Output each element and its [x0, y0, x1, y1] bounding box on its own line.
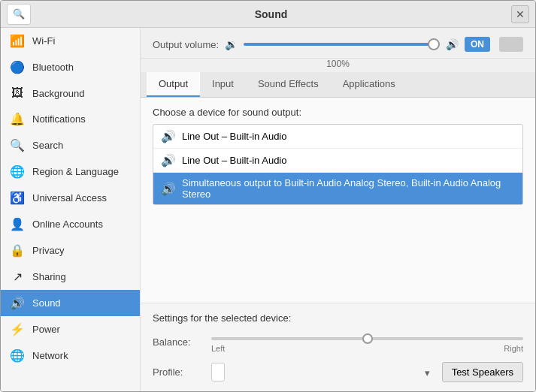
close-button[interactable]: ✕ — [511, 5, 529, 23]
volume-toggle-track — [499, 37, 523, 52]
sidebar-label-background: Background — [32, 88, 84, 99]
volume-slider-container — [244, 37, 440, 52]
universal-access-icon: ♿ — [10, 191, 25, 205]
network-icon: 🌐 — [10, 348, 25, 363]
window-title: Sound — [31, 8, 511, 20]
audio-device-icon: 🔊 — [161, 182, 176, 196]
volume-high-icon: 🔊 — [446, 38, 459, 50]
settings-label: Settings for the selected device: — [153, 312, 523, 324]
sidebar-label-network: Network — [32, 350, 68, 361]
sidebar-item-sharing[interactable]: ↗ Sharing — [1, 264, 140, 290]
device-label: Simultaneous output to Built-in Audio An… — [182, 177, 515, 200]
profile-label: Profile: — [153, 366, 205, 378]
profile-row: Profile: Test Speakers — [153, 362, 523, 382]
privacy-icon: 🔒 — [10, 243, 25, 258]
test-speakers-button[interactable]: Test Speakers — [442, 362, 523, 382]
balance-left-label: Left — [211, 344, 225, 353]
wifi-icon: 📶 — [10, 34, 25, 48]
online-accounts-icon: 👤 — [10, 217, 25, 231]
profile-select[interactable] — [211, 363, 225, 381]
sidebar-label-power: Power — [32, 324, 60, 335]
choose-device-label: Choose a device for sound output: — [153, 107, 523, 118]
device-item-line-out-1[interactable]: 🔊 Line Out – Built-in Audio — [153, 125, 522, 149]
titlebar: 🔍 Sound ✕ — [1, 1, 535, 28]
balance-slider[interactable] — [211, 337, 523, 340]
selected-device-settings: Settings for the selected device: Balanc… — [141, 303, 535, 391]
volume-toggle-button[interactable]: ON — [465, 37, 490, 52]
sidebar-item-region[interactable]: 🌐 Region & Language — [1, 158, 140, 185]
volume-low-icon: 🔉 — [225, 38, 238, 50]
sidebar-item-universal-access[interactable]: ♿ Universal Access — [1, 185, 140, 211]
balance-right-label: Right — [504, 344, 523, 353]
volume-bar: Output volume: 🔉 🔊 ON — [141, 28, 535, 59]
sidebar-item-power[interactable]: ⚡ Power — [1, 316, 140, 342]
sidebar-label-region: Region & Language — [32, 166, 119, 177]
sound-icon: 🔊 — [10, 296, 25, 310]
region-icon: 🌐 — [10, 164, 25, 179]
bluetooth-icon: 🔵 — [10, 60, 25, 74]
sidebar-label-sharing: Sharing — [32, 271, 66, 282]
balance-row: Balance: Left Right — [153, 331, 523, 353]
sidebar-label-online-accounts: Online Accounts — [32, 219, 103, 230]
device-label: Line Out – Built-in Audio — [182, 155, 286, 166]
device-item-simultaneous[interactable]: 🔊 Simultaneous output to Built-in Audio … — [153, 173, 522, 204]
volume-slider[interactable] — [244, 43, 440, 46]
settings-window: 🔍 Sound ✕ 📶 Wi-Fi 🔵 Bluetooth 🖼 Backgrou… — [0, 0, 536, 392]
tab-sound-effects[interactable]: Sound Effects — [246, 72, 331, 97]
sidebar-label-universal-access: Universal Access — [32, 192, 107, 204]
close-icon: ✕ — [516, 8, 525, 20]
tab-output[interactable]: Output — [147, 72, 200, 97]
sidebar-item-search[interactable]: 🔍 Search — [1, 132, 140, 158]
balance-labels: Left Right — [211, 344, 523, 353]
sidebar-label-wifi: Wi-Fi — [32, 35, 55, 47]
sidebar-label-search: Search — [32, 140, 63, 151]
volume-label: Output volume: — [153, 39, 219, 50]
sidebar-item-sound[interactable]: 🔊 Sound — [1, 290, 140, 316]
balance-label: Balance: — [153, 336, 205, 348]
sidebar-item-network[interactable]: 🌐 Network — [1, 342, 140, 369]
sidebar-item-wifi[interactable]: 📶 Wi-Fi — [1, 28, 140, 54]
sidebar-item-privacy[interactable]: 🔒 Privacy — [1, 237, 140, 264]
search-icon: 🔍 — [10, 138, 25, 152]
device-list: 🔊 Line Out – Built-in Audio 🔊 Line Out –… — [153, 124, 523, 205]
tabs-bar: OutputInputSound EffectsApplications — [141, 72, 535, 98]
audio-device-icon: 🔊 — [161, 153, 176, 167]
sharing-icon: ↗ — [10, 270, 25, 284]
volume-percent: 100% — [141, 59, 535, 72]
sidebar-item-online-accounts[interactable]: 👤 Online Accounts — [1, 211, 140, 237]
audio-device-icon: 🔊 — [161, 129, 176, 143]
sidebar-label-notifications: Notifications — [32, 113, 86, 125]
device-item-line-out-2[interactable]: 🔊 Line Out – Built-in Audio — [153, 149, 522, 173]
output-panel: Choose a device for sound output: 🔊 Line… — [141, 98, 535, 303]
profile-select-wrapper — [211, 363, 436, 381]
sidebar-item-notifications[interactable]: 🔔 Notifications — [1, 106, 140, 132]
search-icon: 🔍 — [13, 8, 25, 20]
tab-input[interactable]: Input — [200, 72, 246, 97]
sidebar-label-sound: Sound — [32, 297, 61, 309]
content-area: Output volume: 🔉 🔊 ON 100% OutputInputSo… — [141, 28, 535, 391]
notifications-icon: 🔔 — [10, 112, 25, 126]
sidebar-item-background[interactable]: 🖼 Background — [1, 80, 140, 106]
main-area: 📶 Wi-Fi 🔵 Bluetooth 🖼 Background 🔔 Notif… — [1, 28, 535, 391]
sidebar-label-privacy: Privacy — [32, 245, 65, 256]
sidebar-item-bluetooth[interactable]: 🔵 Bluetooth — [1, 54, 140, 80]
tab-applications[interactable]: Applications — [331, 72, 407, 97]
sidebar: 📶 Wi-Fi 🔵 Bluetooth 🖼 Background 🔔 Notif… — [1, 28, 141, 391]
power-icon: ⚡ — [10, 322, 25, 336]
search-button[interactable]: 🔍 — [7, 4, 31, 25]
background-icon: 🖼 — [10, 86, 25, 100]
sidebar-label-bluetooth: Bluetooth — [32, 62, 74, 73]
device-label: Line Out – Built-in Audio — [182, 131, 286, 142]
